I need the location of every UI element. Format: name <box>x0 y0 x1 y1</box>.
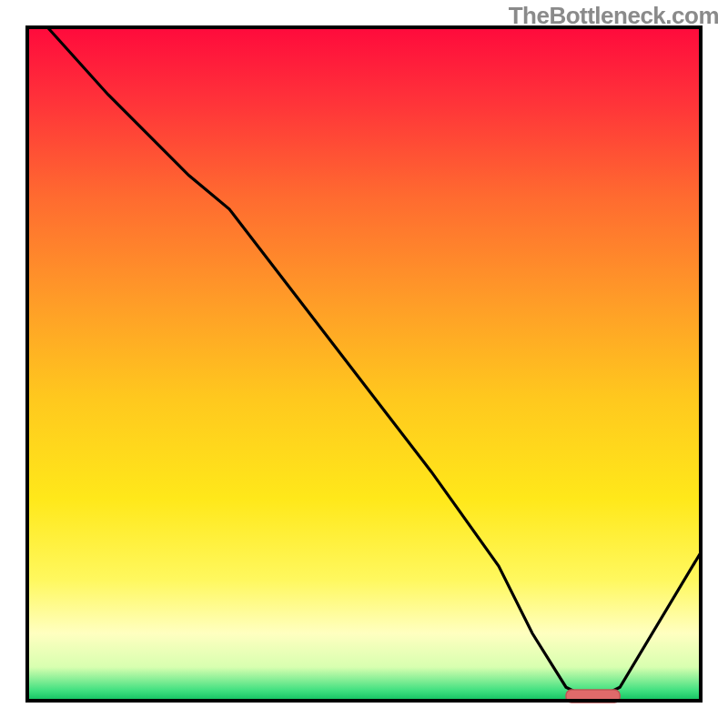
chart-container: TheBottleneck.com <box>0 0 728 728</box>
watermark-text: TheBottleneck.com <box>509 2 719 30</box>
bottleneck-chart <box>0 0 728 728</box>
plot-gradient-fill <box>27 27 701 701</box>
